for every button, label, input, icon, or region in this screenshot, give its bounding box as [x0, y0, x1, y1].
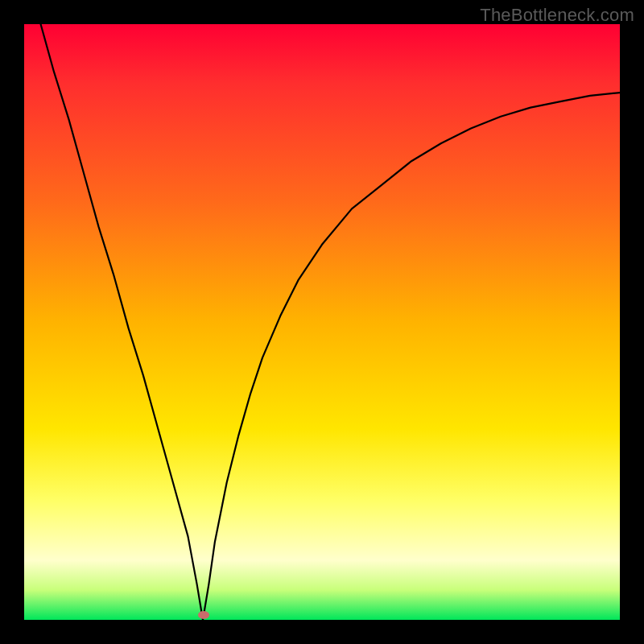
bottleneck-curve-path — [24, 24, 620, 620]
min-point-marker — [198, 611, 209, 619]
plot-area — [24, 24, 620, 620]
watermark-text: TheBottleneck.com — [480, 5, 634, 26]
chart-frame: TheBottleneck.com — [0, 0, 644, 644]
curve-svg — [24, 24, 620, 620]
